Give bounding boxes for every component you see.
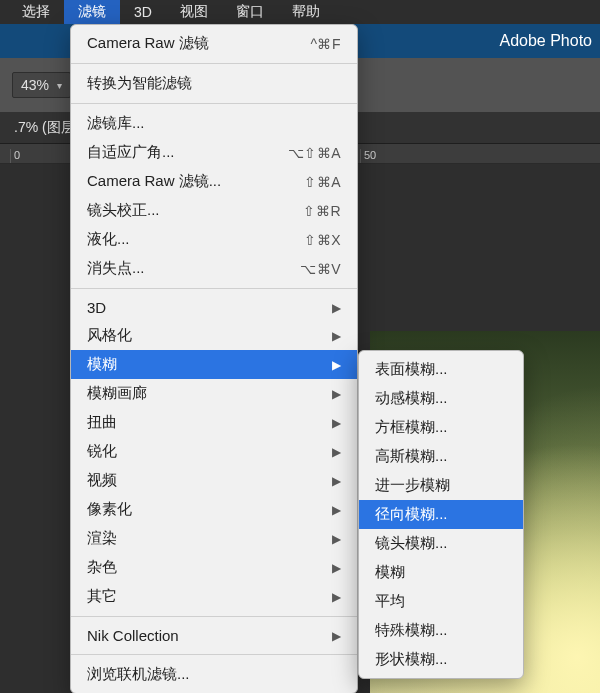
menu-item-liquify[interactable]: 液化... ⇧⌘X [71, 225, 357, 254]
submenu-arrow-icon: ▶ [332, 629, 341, 643]
submenu-arrow-icon: ▶ [332, 532, 341, 546]
menu-item-sharpen[interactable]: 锐化 ▶ [71, 437, 357, 466]
blur-box[interactable]: 方框模糊... [359, 413, 523, 442]
menu-item-shortcut: ⌥⌘V [300, 261, 341, 277]
chevron-down-icon: ▾ [57, 80, 62, 91]
menu-item-shortcut: ⇧⌘R [303, 203, 341, 219]
submenu-arrow-icon: ▶ [332, 474, 341, 488]
menu-separator [71, 63, 357, 64]
menu-filter[interactable]: 滤镜 [64, 0, 120, 24]
menu-item-adaptive-wide-angle[interactable]: 自适应广角... ⌥⇧⌘A [71, 138, 357, 167]
menu-view[interactable]: 视图 [166, 0, 222, 24]
menu-item-label: 转换为智能滤镜 [87, 74, 192, 93]
blur-gaussian[interactable]: 高斯模糊... [359, 442, 523, 471]
submenu-arrow-icon: ▶ [332, 503, 341, 517]
menu-item-label: 镜头校正... [87, 201, 160, 220]
menu-item-label: Camera Raw 滤镜... [87, 172, 221, 191]
filter-menu: Camera Raw 滤镜 ^⌘F 转换为智能滤镜 滤镜库... 自适应广角..… [70, 24, 358, 693]
submenu-arrow-icon: ▶ [332, 358, 341, 372]
menu-item-nik-collection[interactable]: Nik Collection ▶ [71, 622, 357, 649]
menu-item-label: 平均 [375, 592, 405, 611]
brand-label: Adobe Photo [499, 32, 592, 50]
menu-item-3d[interactable]: 3D ▶ [71, 294, 357, 321]
menu-item-shortcut: ⇧⌘A [304, 174, 341, 190]
menu-item-shortcut: ⌥⇧⌘A [288, 145, 341, 161]
blur-average[interactable]: 平均 [359, 587, 523, 616]
menu-item-label: 模糊 [375, 563, 405, 582]
menu-select[interactable]: 选择 [8, 0, 64, 24]
blur-radial[interactable]: 径向模糊... [359, 500, 523, 529]
menu-item-label: 高斯模糊... [375, 447, 448, 466]
menu-window[interactable]: 窗口 [222, 0, 278, 24]
menu-item-filter-gallery[interactable]: 滤镜库... [71, 109, 357, 138]
menu-item-pixelate[interactable]: 像素化 ▶ [71, 495, 357, 524]
menu-item-label: Nik Collection [87, 627, 179, 644]
blur-lens[interactable]: 镜头模糊... [359, 529, 523, 558]
menu-item-video[interactable]: 视频 ▶ [71, 466, 357, 495]
menu-item-shortcut: ^⌘F [310, 36, 341, 52]
zoom-value: 43% [21, 77, 49, 93]
menu-item-label: 其它 [87, 587, 117, 606]
blur-more[interactable]: 进一步模糊 [359, 471, 523, 500]
zoom-select[interactable]: 43% ▾ [12, 72, 71, 98]
menu-item-label: 模糊 [87, 355, 117, 374]
menu-item-label: 风格化 [87, 326, 132, 345]
menu-item-label: 扭曲 [87, 413, 117, 432]
blur-blur[interactable]: 模糊 [359, 558, 523, 587]
blur-smart[interactable]: 特殊模糊... [359, 616, 523, 645]
submenu-arrow-icon: ▶ [332, 301, 341, 315]
menu-item-label: 液化... [87, 230, 130, 249]
blur-shape[interactable]: 形状模糊... [359, 645, 523, 674]
menu-item-camera-raw-filter[interactable]: Camera Raw 滤镜... ⇧⌘A [71, 167, 357, 196]
menu-item-label: 3D [87, 299, 106, 316]
submenu-arrow-icon: ▶ [332, 416, 341, 430]
menu-separator [71, 288, 357, 289]
submenu-arrow-icon: ▶ [332, 561, 341, 575]
menu-item-other[interactable]: 其它 ▶ [71, 582, 357, 611]
submenu-arrow-icon: ▶ [332, 590, 341, 604]
menu-item-noise[interactable]: 杂色 ▶ [71, 553, 357, 582]
menu-item-label: 模糊画廊 [87, 384, 147, 403]
menu-item-label: 形状模糊... [375, 650, 448, 669]
menu-item-label: 杂色 [87, 558, 117, 577]
menu-item-vanishing-point[interactable]: 消失点... ⌥⌘V [71, 254, 357, 283]
menu-item-label: 动感模糊... [375, 389, 448, 408]
menu-3d[interactable]: 3D [120, 1, 166, 23]
menu-item-label: 滤镜库... [87, 114, 145, 133]
menu-separator [71, 103, 357, 104]
menu-item-label: Camera Raw 滤镜 [87, 34, 209, 53]
menu-separator [71, 654, 357, 655]
menu-item-stylize[interactable]: 风格化 ▶ [71, 321, 357, 350]
menu-item-label: 自适应广角... [87, 143, 175, 162]
menu-item-shortcut: ⇧⌘X [304, 232, 341, 248]
submenu-arrow-icon: ▶ [332, 329, 341, 343]
blur-motion[interactable]: 动感模糊... [359, 384, 523, 413]
menu-item-browse-online[interactable]: 浏览联机滤镜... [71, 660, 357, 689]
menu-item-label: 浏览联机滤镜... [87, 665, 190, 684]
menu-item-blur-gallery[interactable]: 模糊画廊 ▶ [71, 379, 357, 408]
menu-item-convert-smart[interactable]: 转换为智能滤镜 [71, 69, 357, 98]
menu-item-label: 视频 [87, 471, 117, 490]
menu-help[interactable]: 帮助 [278, 0, 334, 24]
menu-item-lens-correction[interactable]: 镜头校正... ⇧⌘R [71, 196, 357, 225]
menu-separator [71, 616, 357, 617]
blur-submenu: 表面模糊... 动感模糊... 方框模糊... 高斯模糊... 进一步模糊 径向… [358, 350, 524, 679]
menu-item-distort[interactable]: 扭曲 ▶ [71, 408, 357, 437]
menu-item-label: 方框模糊... [375, 418, 448, 437]
menu-item-label: 锐化 [87, 442, 117, 461]
submenu-arrow-icon: ▶ [332, 387, 341, 401]
menu-item-camera-raw-last[interactable]: Camera Raw 滤镜 ^⌘F [71, 29, 357, 58]
submenu-arrow-icon: ▶ [332, 445, 341, 459]
menu-item-label: 进一步模糊 [375, 476, 450, 495]
menu-item-blur[interactable]: 模糊 ▶ [71, 350, 357, 379]
menu-item-label: 表面模糊... [375, 360, 448, 379]
menu-item-label: 镜头模糊... [375, 534, 448, 553]
menu-item-label: 渲染 [87, 529, 117, 548]
menu-item-label: 径向模糊... [375, 505, 448, 524]
blur-surface[interactable]: 表面模糊... [359, 355, 523, 384]
menubar: 选择 滤镜 3D 视图 窗口 帮助 [0, 0, 600, 24]
menu-item-label: 像素化 [87, 500, 132, 519]
menu-item-label: 特殊模糊... [375, 621, 448, 640]
menu-item-render[interactable]: 渲染 ▶ [71, 524, 357, 553]
menu-item-label: 消失点... [87, 259, 145, 278]
